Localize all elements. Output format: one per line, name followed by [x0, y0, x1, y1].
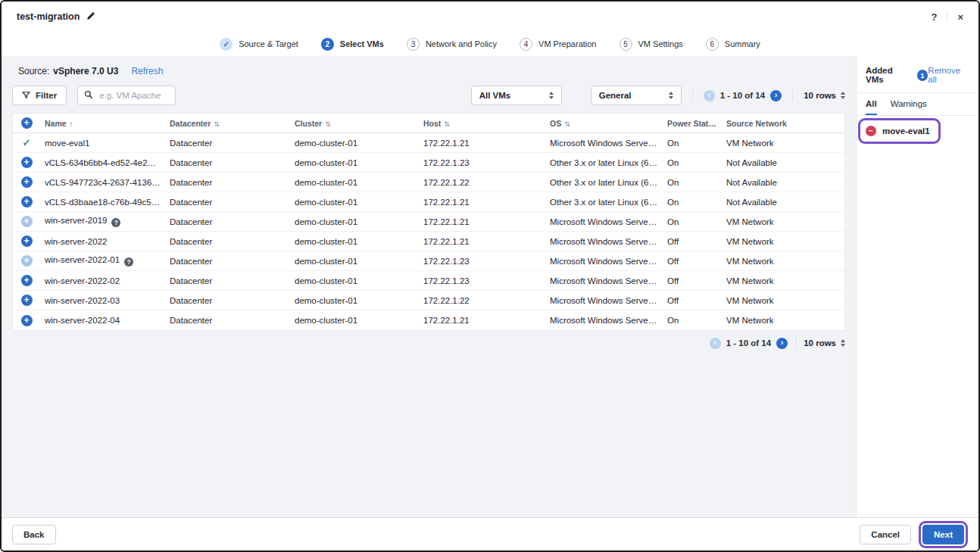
stepper-step-5[interactable]: 5 VM Settings: [620, 38, 683, 51]
tab-warnings[interactable]: Warnings: [891, 93, 927, 115]
sort-icon: ⇅: [325, 120, 331, 128]
help-icon[interactable]: ?: [931, 11, 937, 23]
vm-name-cell: win-server-2022-04: [40, 316, 165, 325]
vm-cluster-cell: demo-cluster-01: [290, 316, 419, 325]
vm-cluster-cell: demo-cluster-01: [290, 217, 419, 226]
next-button[interactable]: Next: [922, 525, 964, 544]
title-bar: test-migration ? ×: [2, 2, 978, 32]
vm-name-cell: win-server-2022-03: [40, 296, 165, 305]
add-all-vms-icon[interactable]: +: [21, 117, 33, 129]
remove-vm-icon[interactable]: −: [866, 126, 876, 136]
vm-source-network-cell: VM Network: [722, 296, 844, 305]
add-vm-button[interactable]: +: [21, 255, 33, 267]
funnel-icon: [22, 91, 30, 101]
window-actions: ? ×: [931, 11, 963, 23]
add-vm-button[interactable]: +: [21, 196, 33, 207]
edit-pencil-icon[interactable]: [86, 11, 95, 23]
add-vm-button[interactable]: +: [21, 216, 33, 227]
vm-name-cell: win-server-2019?: [40, 216, 165, 227]
vm-power-state-cell: Off: [663, 296, 722, 305]
column-header-datacenter[interactable]: Datacenter⇅: [165, 119, 290, 128]
vm-os-cell: Other 3.x or later Linux (64-bit): [545, 178, 663, 187]
vm-datacenter-cell: Datacenter: [165, 178, 290, 187]
table-row: + win-server-2022-03 Datacenter demo-clu…: [13, 291, 844, 310]
vm-table-header: + Name↑ Datacenter⇅ Cluster⇅ Host⇅ OS⇅ P…: [13, 114, 844, 133]
vm-host-cell: 172.22.1.23: [419, 276, 545, 285]
sort-icon: ⇅: [564, 120, 570, 128]
controls-divider: [792, 89, 793, 101]
window-actions-divider: [947, 11, 947, 22]
vm-power-state-cell: On: [663, 158, 722, 167]
vm-host-cell: 172.22.1.21: [419, 217, 545, 226]
column-header-os[interactable]: OS⇅: [545, 119, 663, 128]
tab-all[interactable]: All: [866, 93, 877, 115]
step-label: Source & Target: [239, 39, 298, 48]
vm-os-cell: Microsoft Windows Server 2022 (...: [545, 276, 663, 285]
rows-per-page-select[interactable]: 10 rows: [804, 338, 845, 348]
sort-asc-icon: ↑: [70, 120, 73, 128]
vm-host-cell: 172.22.1.21: [419, 198, 545, 207]
filter-button[interactable]: Filter: [12, 86, 67, 105]
cancel-button[interactable]: Cancel: [860, 525, 911, 544]
vm-datacenter-cell: Datacenter: [165, 276, 290, 285]
refresh-link[interactable]: Refresh: [131, 66, 163, 76]
controls-divider: [692, 89, 693, 101]
column-header-cluster[interactable]: Cluster⇅: [290, 119, 419, 128]
add-vm-button[interactable]: +: [21, 275, 33, 286]
remove-all-link[interactable]: Remove all: [928, 66, 971, 84]
page-prev-icon[interactable]: ‹: [710, 338, 721, 349]
vm-search-input[interactable]: [98, 90, 169, 101]
added-vm-highlight: − move-eval1: [858, 118, 941, 144]
vm-datacenter-cell: Datacenter: [165, 257, 290, 266]
add-vm-button[interactable]: +: [21, 176, 33, 188]
next-button-highlight: Next: [919, 521, 968, 548]
added-vms-count-badge: 1: [917, 70, 929, 81]
add-vm-button[interactable]: +: [21, 235, 33, 247]
page-next-icon[interactable]: ›: [776, 338, 788, 349]
add-vm-button[interactable]: +: [21, 315, 33, 326]
stepper: ✓ Source & Target 2 Select VMs 3 Network…: [2, 32, 978, 56]
column-header-name[interactable]: Name↑: [40, 119, 165, 128]
vm-power-state-cell: Off: [663, 237, 722, 246]
vm-source-network-cell: VM Network: [722, 257, 844, 266]
vm-datacenter-cell: Datacenter: [165, 316, 290, 325]
step-label: Network and Policy: [426, 39, 497, 48]
select-caret-icon: [669, 92, 673, 99]
page-next-icon[interactable]: ›: [770, 90, 782, 101]
stepper-step-4[interactable]: 4 VM Preparation: [520, 38, 596, 51]
back-button[interactable]: Back: [12, 525, 56, 544]
page-prev-icon[interactable]: ‹: [704, 90, 715, 101]
vm-table: + Name↑ Datacenter⇅ Cluster⇅ Host⇅ OS⇅ P…: [12, 113, 845, 331]
add-vm-button[interactable]: +: [21, 295, 33, 306]
vm-cluster-cell: demo-cluster-01: [290, 296, 419, 305]
rows-per-page-select[interactable]: 10 rows: [804, 91, 845, 100]
add-vm-button[interactable]: +: [21, 157, 33, 168]
vm-scope-select[interactable]: All VMs: [471, 86, 562, 105]
vm-power-state-cell: On: [663, 198, 722, 207]
vm-cluster-cell: demo-cluster-01: [290, 276, 419, 285]
stepper-step-6[interactable]: 6 Summary: [706, 38, 760, 51]
stepper-step-1[interactable]: ✓ Source & Target: [220, 38, 298, 51]
column-header-source-network[interactable]: Source Network: [722, 119, 844, 128]
vm-datacenter-cell: Datacenter: [165, 158, 290, 167]
vm-power-state-cell: On: [663, 316, 722, 325]
vm-os-cell: Other 3.x or later Linux (64-bit): [545, 158, 663, 167]
column-header-power-state[interactable]: Power State⇅: [663, 119, 722, 128]
migration-name: test-migration: [17, 11, 80, 22]
stepper-step-3[interactable]: 3 Network and Policy: [407, 38, 497, 51]
select-caret-icon: [549, 92, 554, 99]
stepper-step-2[interactable]: 2 Select VMs: [321, 38, 384, 51]
step-circle: 4: [520, 38, 532, 51]
view-select[interactable]: General: [591, 86, 682, 105]
close-icon[interactable]: ×: [957, 11, 963, 23]
step-label: VM Preparation: [538, 39, 596, 48]
column-header-host[interactable]: Host⇅: [419, 119, 545, 128]
view-value: General: [599, 91, 632, 100]
vm-table-body: ✓ move-eval1 Datacenter demo-cluster-01 …: [13, 133, 844, 330]
added-vm-name: move-eval1: [882, 126, 930, 136]
sort-icon: ⇅: [716, 120, 722, 128]
step-circle: 5: [620, 38, 632, 51]
vm-power-state-cell: Off: [663, 257, 722, 266]
search-icon: [84, 90, 93, 101]
vm-source-network-cell: VM Network: [722, 217, 844, 226]
